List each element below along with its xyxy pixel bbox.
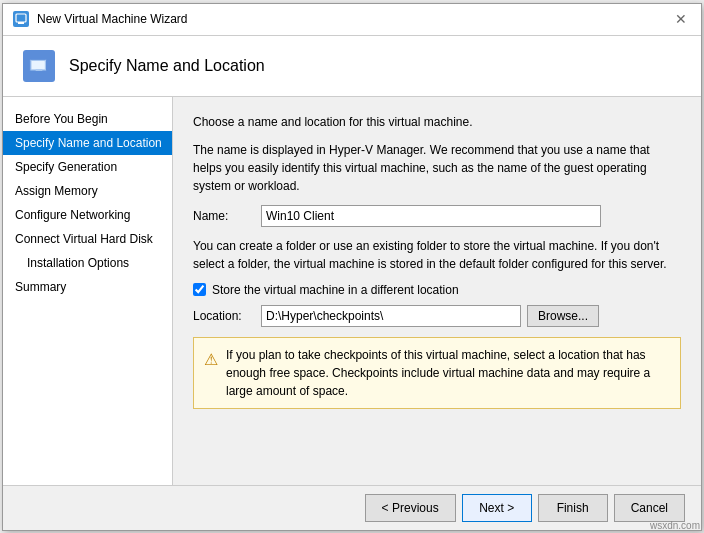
sidebar-item-configure-networking[interactable]: Configure Networking	[3, 203, 172, 227]
wizard-content: Choose a name and location for this virt…	[173, 97, 701, 485]
name-label: Name:	[193, 209, 253, 223]
warning-box: ⚠ If you plan to take checkpoints of thi…	[193, 337, 681, 409]
description-1: Choose a name and location for this virt…	[193, 113, 681, 131]
sidebar-item-installation-options[interactable]: Installation Options	[3, 251, 172, 275]
watermark: wsxdn.com	[650, 520, 700, 531]
svg-rect-1	[18, 22, 24, 24]
close-button[interactable]: ✕	[671, 9, 691, 29]
svg-rect-0	[16, 14, 26, 22]
finish-button[interactable]: Finish	[538, 494, 608, 522]
page-title: Specify Name and Location	[69, 57, 265, 75]
location-field-row: Location: Browse...	[193, 305, 681, 327]
browse-button[interactable]: Browse...	[527, 305, 599, 327]
different-location-checkbox[interactable]	[193, 283, 206, 296]
warning-text: If you plan to take checkpoints of this …	[226, 346, 670, 400]
sidebar-item-specify-name-location[interactable]: Specify Name and Location	[3, 131, 172, 155]
different-location-row: Store the virtual machine in a different…	[193, 283, 681, 297]
svg-rect-3	[32, 61, 45, 69]
sidebar-item-connect-virtual-hard-disk[interactable]: Connect Virtual Hard Disk	[3, 227, 172, 251]
header-icon	[23, 50, 55, 82]
window-icon	[13, 11, 29, 27]
warning-icon: ⚠	[204, 348, 218, 400]
sidebar-item-summary[interactable]: Summary	[3, 275, 172, 299]
sidebar-item-assign-memory[interactable]: Assign Memory	[3, 179, 172, 203]
location-input[interactable]	[261, 305, 521, 327]
different-location-label[interactable]: Store the virtual machine in a different…	[212, 283, 459, 297]
svg-rect-4	[33, 71, 45, 73]
main-layout: Before You Begin Specify Name and Locati…	[3, 97, 701, 485]
svg-rect-5	[36, 69, 43, 71]
previous-button[interactable]: < Previous	[365, 494, 456, 522]
next-button[interactable]: Next >	[462, 494, 532, 522]
wizard-footer: < Previous Next > Finish Cancel	[3, 485, 701, 530]
wizard-header: Specify Name and Location	[3, 36, 701, 97]
wizard-window: New Virtual Machine Wizard ✕ Specify Nam…	[2, 3, 702, 531]
title-bar: New Virtual Machine Wizard ✕	[3, 4, 701, 36]
window-title: New Virtual Machine Wizard	[37, 12, 188, 26]
folder-description: You can create a folder or use an existi…	[193, 237, 681, 273]
sidebar-item-specify-generation[interactable]: Specify Generation	[3, 155, 172, 179]
title-bar-left: New Virtual Machine Wizard	[13, 11, 188, 27]
cancel-button[interactable]: Cancel	[614, 494, 685, 522]
description-2: The name is displayed in Hyper-V Manager…	[193, 141, 681, 195]
name-input[interactable]	[261, 205, 601, 227]
sidebar-item-before-you-begin[interactable]: Before You Begin	[3, 107, 172, 131]
location-label: Location:	[193, 309, 253, 323]
sidebar: Before You Begin Specify Name and Locati…	[3, 97, 173, 485]
name-field-row: Name:	[193, 205, 681, 227]
